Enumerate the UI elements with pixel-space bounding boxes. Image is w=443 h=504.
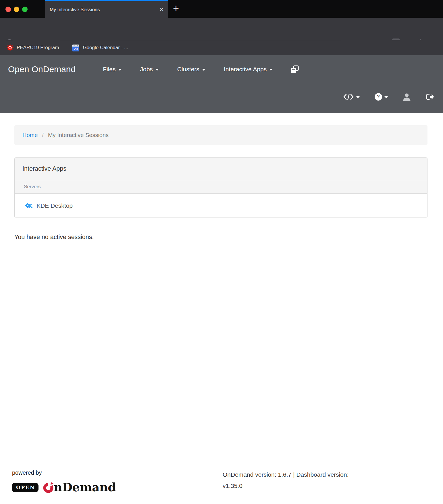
chevron-down-icon [384, 96, 388, 98]
calendar-icon: 29 [72, 44, 80, 52]
ondemand-logo: OPEN nDemand [12, 480, 116, 494]
wordmark-text: nDemand [54, 480, 116, 494]
browser-chrome: My Interactive Sessions ✕ + [0, 0, 443, 55]
page-content: Home / My Interactive Sessions Interacti… [0, 125, 443, 241]
ondemand-wordmark: nDemand [43, 480, 116, 494]
user-button[interactable] [403, 93, 411, 101]
window-titlebar: My Interactive Sessions ✕ + [0, 0, 443, 18]
svg-text:29: 29 [74, 47, 78, 51]
nav-menu-label: Files [103, 66, 115, 73]
version-info: OnDemand version: 1.6.7 | Dashboard vers… [223, 469, 349, 491]
chevron-down-icon [155, 69, 159, 71]
page-footer: powered by OPEN nDemand OnDemand version… [0, 452, 443, 452]
panel-title: Interactive Apps [15, 158, 427, 180]
kde-icon: K [25, 202, 32, 209]
empty-sessions-message: You have no active sessions. [14, 234, 443, 241]
navbar-main-row: Open OnDemand Files Jobs Clusters Intera… [0, 62, 299, 76]
ondemand-o-icon [43, 481, 53, 493]
app-link-kde-desktop[interactable]: K KDE Desktop [15, 194, 427, 218]
chevron-down-icon [118, 69, 122, 71]
nav-menu-clusters[interactable]: Clusters [177, 66, 205, 73]
develop-menu-button[interactable] [343, 93, 360, 101]
footer-branding: powered by OPEN nDemand [12, 470, 116, 494]
powered-by-text: powered by [12, 470, 116, 476]
help-icon: ? [375, 93, 382, 101]
nav-menu-jobs[interactable]: Jobs [140, 66, 159, 73]
breadcrumb-current: My Interactive Sessions [48, 132, 109, 138]
breadcrumb: Home / My Interactive Sessions [14, 125, 427, 145]
window-minimize-button[interactable] [14, 7, 19, 12]
ondemand-navbar: Open OnDemand Files Jobs Clusters Intera… [0, 55, 443, 113]
version-line-1: OnDemand version: 1.6.7 | Dashboard vers… [223, 469, 349, 480]
help-menu-button[interactable]: ? [375, 93, 388, 101]
footer-divider [6, 452, 437, 452]
nav-menu-label: Clusters [177, 66, 199, 73]
tab-title: My Interactive Sessions [50, 7, 100, 12]
bookmark-label: PEARC19 Program [17, 45, 59, 51]
code-icon [343, 93, 354, 101]
nav-menu-interactive-apps[interactable]: Interactive Apps [224, 66, 273, 73]
version-line-2: v1.35.0 [223, 480, 349, 491]
nav-menu-files[interactable]: Files [103, 66, 122, 73]
nav-menu-label: Jobs [140, 66, 153, 73]
nav-menu-label: Interactive Apps [224, 66, 267, 73]
logout-button[interactable] [426, 93, 434, 101]
panel-group-header: Servers [15, 180, 427, 194]
user-icon [403, 93, 411, 101]
app-label: KDE Desktop [36, 202, 73, 209]
window-zoom-button[interactable] [22, 7, 28, 12]
open-badge: OPEN [12, 483, 38, 492]
logout-icon [426, 93, 434, 101]
interactive-apps-panel: Interactive Apps Servers K KDE Deskto [14, 157, 427, 218]
bookmarks-bar: PEARC19 Program 29 Google Calendar - ... [0, 40, 443, 55]
windows-icon [290, 65, 299, 74]
traffic-lights [5, 7, 28, 12]
breadcrumb-home-link[interactable]: Home [22, 132, 38, 138]
chevron-down-icon [202, 69, 205, 71]
bookmark-label: Google Calendar - ... [83, 45, 128, 51]
browser-tab[interactable]: My Interactive Sessions ✕ [45, 0, 168, 18]
chevron-down-icon [269, 69, 273, 71]
my-sessions-button[interactable] [290, 65, 299, 74]
breadcrumb-separator: / [42, 132, 44, 138]
browser-toolbar: localhost :8080/pun/sys/dashboard/batch_… [0, 18, 443, 40]
chevron-down-icon [356, 96, 360, 98]
svg-text:K: K [28, 202, 33, 209]
new-tab-button[interactable]: + [173, 2, 179, 14]
bookmark-pearc19[interactable]: PEARC19 Program [7, 44, 59, 51]
bookmark-google-calendar[interactable]: 29 Google Calendar - ... [72, 44, 128, 52]
window-close-button[interactable] [5, 7, 11, 12]
pearc-gear-icon [7, 44, 14, 51]
navbar-brand[interactable]: Open OnDemand [8, 64, 76, 74]
tab-close-icon[interactable]: ✕ [159, 6, 164, 13]
navbar-icon-row: ? [343, 91, 434, 103]
